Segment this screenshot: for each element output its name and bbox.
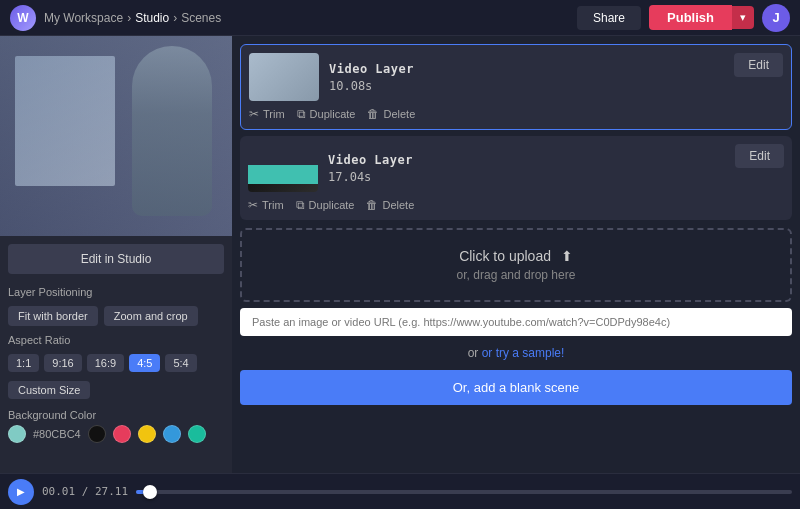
video-info-1: Video Layer 10.08s — [329, 62, 724, 93]
time-current: 00.01 — [42, 485, 75, 498]
topbar: W My Workspace › Studio › Scenes Share P… — [0, 0, 800, 36]
layer-positioning-label: Layer Positioning — [0, 282, 232, 302]
video-title-2: Video Layer — [328, 153, 725, 167]
video-thumb-1 — [249, 53, 319, 101]
right-panel: Video Layer 10.08s Edit ✂ Trim ⧉ Duplica… — [232, 36, 800, 473]
ratio-1-1[interactable]: 1:1 — [8, 354, 39, 372]
duplicate-label-2: Duplicate — [309, 199, 355, 211]
ratio-5-4[interactable]: 5:4 — [165, 354, 196, 372]
trim-action-1[interactable]: ✂ Trim — [249, 107, 285, 121]
fit-with-border-button[interactable]: Fit with border — [8, 306, 98, 326]
background-color-section: Background Color #80CBC4 — [0, 403, 232, 449]
publish-dropdown-button[interactable]: ▾ — [732, 6, 754, 29]
video-card-top-2: Video Layer 17.04s Edit — [248, 144, 784, 192]
breadcrumb: My Workspace › Studio › Scenes — [44, 11, 221, 25]
aspect-ratio-controls: 1:1 9:16 16:9 4:5 5:4 — [0, 350, 232, 376]
time-separator: / — [82, 485, 95, 498]
trim-label-2: Trim — [262, 199, 284, 211]
color-swatch-red[interactable] — [113, 425, 131, 443]
video-duration-2: 17.04s — [328, 170, 725, 184]
topbar-left: W My Workspace › Studio › Scenes — [10, 5, 221, 31]
timeline-thumb[interactable] — [143, 485, 157, 499]
custom-size-button[interactable]: Custom Size — [8, 381, 90, 399]
color-swatch-blue[interactable] — [163, 425, 181, 443]
breadcrumb-workspace[interactable]: My Workspace — [44, 11, 123, 25]
trim-action-2[interactable]: ✂ Trim — [248, 198, 284, 212]
timeline-track[interactable] — [136, 490, 792, 494]
video-actions-2: ✂ Trim ⧉ Duplicate 🗑 Delete — [248, 198, 784, 212]
breadcrumb-sep1: › — [127, 11, 131, 25]
trim-icon-2: ✂ — [248, 198, 258, 212]
delete-action-1[interactable]: 🗑 Delete — [367, 107, 415, 121]
edit-button-1[interactable]: Edit — [734, 53, 783, 77]
video-title-1: Video Layer — [329, 62, 724, 76]
avatar-letter: J — [772, 10, 779, 25]
upload-subtitle: or, drag and drop here — [260, 268, 772, 282]
video-layer-card-2: Video Layer 17.04s Edit ✂ Trim ⧉ Duplica… — [240, 136, 792, 220]
trim-icon-1: ✂ — [249, 107, 259, 121]
video-layer-card-1: Video Layer 10.08s Edit ✂ Trim ⧉ Duplica… — [240, 44, 792, 130]
duplicate-icon-2: ⧉ — [296, 198, 305, 212]
bg-color-hex: #80CBC4 — [33, 428, 81, 440]
window-decoration — [15, 56, 115, 186]
avatar[interactable]: J — [762, 4, 790, 32]
duplicate-action-1[interactable]: ⧉ Duplicate — [297, 107, 356, 121]
person-silhouette — [132, 46, 212, 216]
edit-in-studio-button[interactable]: Edit in Studio — [8, 244, 224, 274]
breadcrumb-scenes[interactable]: Scenes — [181, 11, 221, 25]
preview-image — [0, 36, 232, 236]
video-thumb-image-1 — [249, 53, 319, 101]
topbar-right: Share Publish ▾ J — [577, 4, 790, 32]
video-info-2: Video Layer 17.04s — [328, 153, 725, 184]
video-card-top-1: Video Layer 10.08s Edit — [249, 53, 783, 101]
timeline-bar: ▶ 00.01 / 27.11 — [0, 473, 800, 509]
color-swatch-cyan[interactable] — [188, 425, 206, 443]
color-swatch-teal[interactable] — [8, 425, 26, 443]
try-sample-link[interactable]: or try a sample! — [482, 346, 565, 360]
layer-positioning-controls: Fit with border Zoom and crop — [0, 302, 232, 330]
play-button[interactable]: ▶ — [8, 479, 34, 505]
ratio-4-5[interactable]: 4:5 — [129, 354, 160, 372]
delete-action-2[interactable]: 🗑 Delete — [366, 198, 414, 212]
publish-group: Publish ▾ — [649, 5, 754, 30]
share-button[interactable]: Share — [577, 6, 641, 30]
upload-title: Click to upload ⬆ — [260, 248, 772, 264]
breadcrumb-studio[interactable]: Studio — [135, 11, 169, 25]
delete-icon-1: 🗑 — [367, 107, 379, 121]
delete-icon-2: 🗑 — [366, 198, 378, 212]
delete-label-2: Delete — [382, 199, 414, 211]
bg-color-label: Background Color — [8, 409, 224, 421]
ratio-16-9[interactable]: 16:9 — [87, 354, 124, 372]
logo-letter: W — [17, 11, 28, 25]
zoom-and-crop-button[interactable]: Zoom and crop — [104, 306, 198, 326]
publish-button[interactable]: Publish — [649, 5, 732, 30]
duplicate-icon-1: ⧉ — [297, 107, 306, 121]
bg-color-row: #80CBC4 — [8, 425, 224, 443]
duplicate-action-2[interactable]: ⧉ Duplicate — [296, 198, 355, 212]
aspect-ratio-label: Aspect Ratio — [0, 330, 232, 350]
video-actions-1: ✂ Trim ⧉ Duplicate 🗑 Delete — [249, 107, 783, 121]
breadcrumb-sep2: › — [173, 11, 177, 25]
left-panel: Edit in Studio Layer Positioning Fit wit… — [0, 36, 232, 473]
video-thumb-image-2 — [248, 165, 318, 192]
logo: W — [10, 5, 36, 31]
video-thumb-stripe — [248, 165, 318, 184]
url-input[interactable] — [240, 308, 792, 336]
video-thumb-2 — [248, 144, 318, 192]
video-duration-1: 10.08s — [329, 79, 724, 93]
current-time: 00.01 / 27.11 — [42, 485, 128, 498]
color-swatch-yellow[interactable] — [138, 425, 156, 443]
upload-area[interactable]: Click to upload ⬆ or, drag and drop here — [240, 228, 792, 302]
color-swatch-black[interactable] — [88, 425, 106, 443]
click-to-upload-label: Click to upload — [459, 248, 551, 264]
time-total: 27.11 — [95, 485, 128, 498]
delete-label-1: Delete — [383, 108, 415, 120]
ratio-9-16[interactable]: 9:16 — [44, 354, 81, 372]
trim-label-1: Trim — [263, 108, 285, 120]
upload-icon: ⬆ — [561, 248, 573, 264]
or-sample: or or try a sample! — [240, 342, 792, 364]
edit-button-2[interactable]: Edit — [735, 144, 784, 168]
main-content: Edit in Studio Layer Positioning Fit wit… — [0, 36, 800, 473]
duplicate-label-1: Duplicate — [310, 108, 356, 120]
add-blank-scene-button[interactable]: Or, add a blank scene — [240, 370, 792, 405]
